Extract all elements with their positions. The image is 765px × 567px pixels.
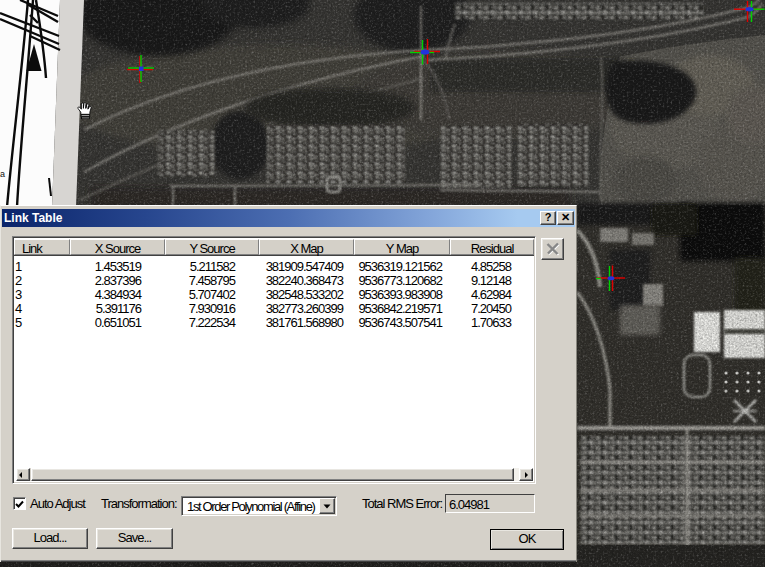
svg-text:a: a xyxy=(0,169,5,179)
